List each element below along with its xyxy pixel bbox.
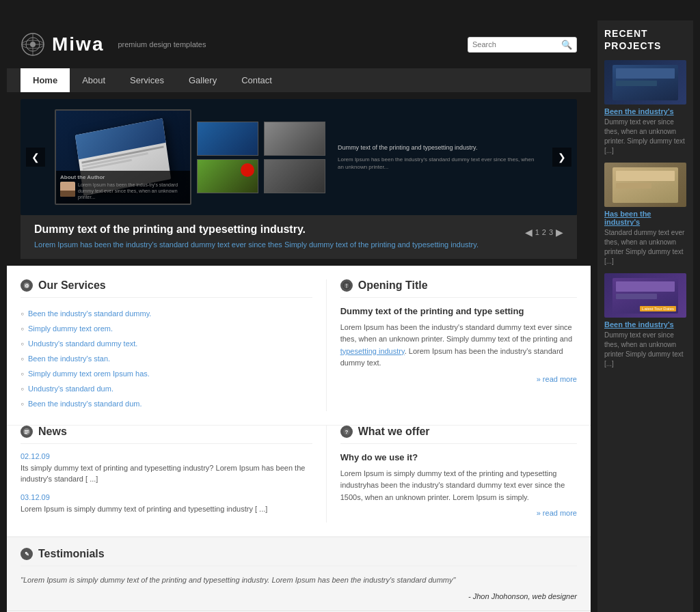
- dot-3[interactable]: 3: [549, 228, 553, 236]
- what-we-offer-section: ? What we offer Why do we use it? Lorem …: [327, 426, 577, 523]
- service-link[interactable]: Simply dummy text orem.: [28, 324, 113, 333]
- slider-next-button[interactable]: ❯: [552, 148, 571, 167]
- caption-text: Lorem Ipsum has been the industry's stan…: [34, 239, 479, 251]
- news-text-1: Its simply dummy text of printing and ty…: [21, 462, 312, 485]
- opening-subtitle: Dummy text of the printing and type sett…: [340, 306, 577, 316]
- navigation: Home About Services Gallery Contact: [7, 68, 591, 92]
- service-link[interactable]: Been the industry's stan.: [28, 354, 110, 363]
- list-item: Been the industry's standard dum.: [21, 396, 312, 411]
- sidebar-title: RECENT PROJECTS: [604, 27, 686, 52]
- svg-text:✎: ✎: [25, 551, 29, 557]
- author-text: Lorem Ipsum has been the indus-try's sta…: [78, 182, 186, 200]
- opening-title-text: Opening Title: [358, 279, 428, 292]
- testimonials-section: ✎ Testimonials "Lorem Ipsum is simply du…: [7, 536, 591, 611]
- nav-item-contact[interactable]: Contact: [229, 68, 284, 92]
- testimonials-title: ✎ Testimonials: [21, 548, 577, 566]
- opening-text: Lorem Ipsum has been the industry's stan…: [340, 322, 577, 370]
- opening-icon: [340, 279, 353, 292]
- news-date-2: 03.12.09: [21, 493, 312, 501]
- search-input[interactable]: [472, 40, 561, 48]
- slider-prev-button[interactable]: ❮: [26, 148, 45, 167]
- svg-rect-13: [25, 432, 29, 432]
- svg-point-9: [345, 283, 347, 286]
- next-dot-icon[interactable]: ▶: [556, 227, 563, 238]
- project-desc-2: Standard dummy text ever thes, when an u…: [604, 228, 686, 266]
- slide-thumbs: [197, 122, 258, 193]
- services-title: ⚙ Our Services: [21, 279, 312, 298]
- search-button[interactable]: 🔍: [561, 40, 572, 50]
- slider-images: About the Author Lorem Ipsum has been th…: [21, 102, 577, 212]
- news-left: News 02.12.09 Its simply dummy text of p…: [21, 426, 327, 523]
- offer-title: ? What we offer: [340, 426, 577, 444]
- caption-title: Dummy text of the printing and typesetti…: [34, 223, 479, 236]
- dot-2[interactable]: 2: [542, 228, 546, 236]
- service-link[interactable]: Simply dummy text orem Ipsum has.: [28, 370, 150, 378]
- project-desc-1: Dummy text ever since thes, when an unkn…: [604, 117, 686, 156]
- news-text-2: Lorem Ipsum is simply dummy text of prin…: [21, 503, 312, 515]
- services-title-text: Our Services: [38, 279, 106, 292]
- list-item: Simply dummy text orem.: [21, 321, 312, 336]
- news-date-1: 02.12.09: [21, 452, 312, 460]
- slider-section: ❮ About: [7, 92, 591, 266]
- svg-text:?: ?: [345, 429, 348, 435]
- services-section: ⚙ Our Services Been the industry's stand…: [21, 279, 327, 411]
- slide-thumbs2: [264, 122, 325, 193]
- dot-1[interactable]: 1: [535, 228, 539, 236]
- header: Miwa premium design templates 🔍: [7, 20, 591, 68]
- svg-rect-12: [25, 430, 29, 431]
- logo-icon: [21, 32, 45, 57]
- search-box[interactable]: 🔍: [468, 37, 577, 53]
- news-title-text: News: [38, 426, 67, 438]
- slide-text-panel: Dummy text of the printing and typesetti…: [331, 137, 543, 178]
- two-col-section: ⚙ Our Services Been the industry's stand…: [7, 266, 591, 425]
- logo-area: Miwa premium design templates: [21, 32, 206, 57]
- opening-read-more[interactable]: » read more: [340, 375, 577, 383]
- typesetting-link[interactable]: typesetting industry: [340, 347, 405, 355]
- list-item: Undustry's standard dum.: [21, 381, 312, 396]
- news-icon: [21, 426, 33, 438]
- service-link[interactable]: Undustry's standard dum.: [28, 385, 113, 393]
- list-item: Simply dummy text orem Ipsum has.: [21, 366, 312, 381]
- project-thumb-2: [604, 163, 686, 207]
- nav-item-home[interactable]: Home: [21, 68, 70, 92]
- services-icon: ⚙: [21, 279, 33, 292]
- project-desc-3: Dummy text ever since thes, when an unkn…: [604, 331, 686, 369]
- project-thumb-3: Latest Tour Dates: [604, 273, 686, 318]
- offer-subtitle: Why do we use it?: [340, 452, 577, 462]
- slide-main: About the Author Lorem Ipsum has been th…: [55, 109, 191, 205]
- tagline: premium design templates: [118, 40, 206, 48]
- opening-title: Opening Title: [340, 279, 577, 298]
- about-author-label: About the Author: [60, 174, 186, 180]
- service-link[interactable]: Been the industry's standard dummy.: [28, 309, 151, 318]
- slider-caption: Dummy text of the printing and typesetti…: [21, 215, 577, 259]
- offer-title-text: What we offer: [358, 426, 430, 438]
- service-link[interactable]: Undustry's standard dummy text.: [28, 339, 137, 348]
- service-link[interactable]: Been the industry's standard dum.: [28, 400, 142, 408]
- nav-item-services[interactable]: Services: [118, 68, 176, 92]
- news-title: News: [21, 426, 312, 444]
- offer-read-more[interactable]: » read more: [340, 509, 577, 517]
- svg-rect-14: [25, 433, 27, 434]
- nav-item-gallery[interactable]: Gallery: [176, 68, 229, 92]
- testimonial-author: - Jhon Jhohonson, web designer: [21, 592, 577, 600]
- project-link-2[interactable]: Has been the industry's: [604, 210, 686, 226]
- testimonials-icon: ✎: [21, 548, 33, 560]
- project-thumb-1: [604, 60, 686, 105]
- svg-rect-10: [346, 286, 347, 288]
- nav-item-about[interactable]: About: [70, 68, 118, 92]
- list-item: Undustry's standard dummy text.: [21, 336, 312, 351]
- project-link-1[interactable]: Been the industry's: [604, 107, 686, 115]
- list-item: Been the industry's stan.: [21, 351, 312, 366]
- slider-container: ❮ About: [21, 99, 577, 215]
- news-section: News 02.12.09 Its simply dummy text of p…: [7, 425, 591, 537]
- testimonial-quote: "Lorem Ipsum is simply dummy text of the…: [21, 574, 577, 587]
- project-link-3[interactable]: Been the industry's: [604, 320, 686, 329]
- sidebar: RECENT PROJECTS Been the industry's Dumm…: [597, 20, 693, 612]
- offer-text: Lorem Ipsum is simply dummy text of the …: [340, 468, 577, 504]
- offer-icon: ?: [340, 426, 353, 438]
- services-list: Been the industry's standard dummy. Simp…: [21, 306, 312, 411]
- testimonials-title-text: Testimonials: [38, 548, 105, 560]
- logo-text: Miwa: [52, 33, 104, 55]
- news-inner: News 02.12.09 Its simply dummy text of p…: [21, 426, 577, 523]
- prev-dot-icon[interactable]: ◀: [525, 227, 533, 238]
